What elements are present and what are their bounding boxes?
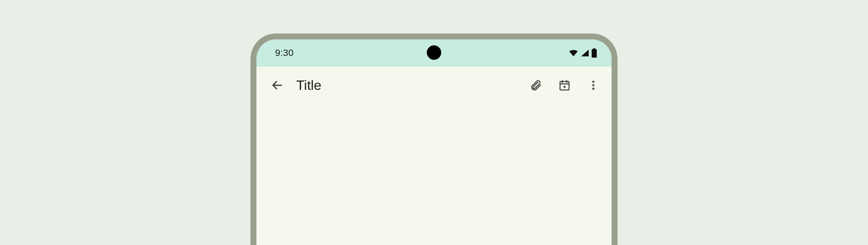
- stage: 9:30: [0, 0, 868, 245]
- back-button[interactable]: [265, 73, 289, 97]
- arrow-back-icon: [271, 79, 284, 92]
- battery-icon: [591, 48, 597, 58]
- svg-point-10: [592, 88, 594, 90]
- app-bar: Title: [256, 67, 612, 104]
- status-indicators: [568, 48, 597, 58]
- more-button[interactable]: [581, 73, 606, 97]
- wifi-icon: [568, 49, 579, 57]
- attachment-icon: [529, 79, 542, 92]
- phone-screen: 9:30: [256, 39, 612, 245]
- app-bar-title: Title: [296, 78, 321, 93]
- signal-icon: [580, 49, 590, 57]
- svg-rect-1: [592, 49, 597, 58]
- app-content: [256, 104, 612, 245]
- attach-button[interactable]: [523, 73, 548, 97]
- camera-notch: [427, 45, 441, 60]
- calendar-event-icon: [558, 79, 571, 92]
- svg-point-7: [564, 86, 566, 88]
- status-bar: 9:30: [256, 39, 612, 67]
- status-time: 9:30: [275, 47, 294, 58]
- svg-point-9: [592, 84, 594, 86]
- phone-frame: 9:30: [250, 33, 618, 245]
- svg-point-8: [592, 81, 594, 83]
- calendar-button[interactable]: [552, 73, 577, 97]
- more-vert-icon: [587, 79, 599, 92]
